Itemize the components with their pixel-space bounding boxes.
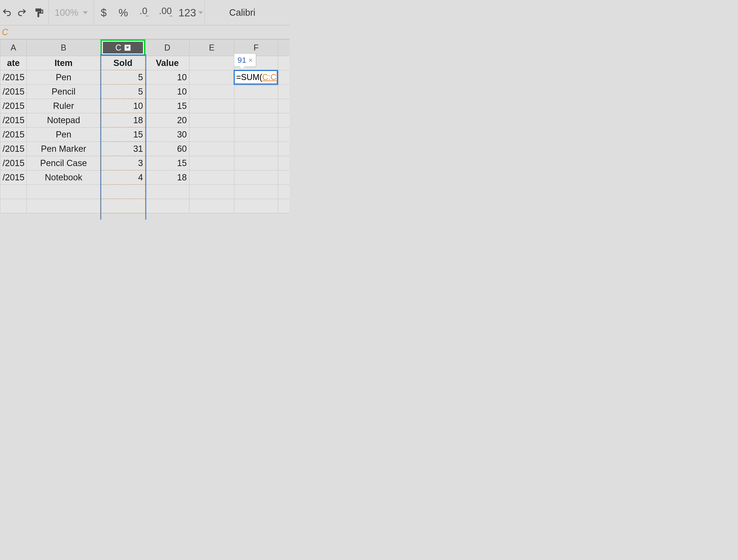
cell[interactable] bbox=[190, 199, 234, 213]
col-header-D[interactable]: D bbox=[145, 39, 190, 56]
cell[interactable] bbox=[234, 85, 278, 99]
cell[interactable]: Item bbox=[27, 56, 100, 70]
cell[interactable] bbox=[190, 185, 234, 199]
col-header-A[interactable]: A bbox=[0, 39, 27, 56]
percent-button[interactable]: % bbox=[113, 0, 133, 25]
cell[interactable]: Pen bbox=[27, 127, 100, 142]
cell[interactable] bbox=[234, 142, 278, 156]
cell[interactable]: 10 bbox=[100, 99, 145, 113]
cell[interactable] bbox=[100, 185, 145, 199]
decrease-decimal-button[interactable]: .0 ← bbox=[133, 0, 154, 25]
font-family-dropdown[interactable]: Calibri bbox=[205, 0, 271, 25]
cell[interactable]: 15 bbox=[145, 99, 190, 113]
col-header-E[interactable]: E bbox=[190, 39, 234, 56]
cell[interactable] bbox=[278, 171, 290, 185]
col-header-B[interactable]: B bbox=[27, 39, 100, 56]
active-formula-cell[interactable]: =SUM(C:C bbox=[234, 70, 278, 85]
cell[interactable] bbox=[278, 142, 290, 156]
cell[interactable] bbox=[100, 199, 145, 213]
table-row: /2015 Notebook 4 18 bbox=[0, 171, 290, 185]
cell[interactable]: Pencil Case bbox=[27, 156, 100, 171]
cell[interactable] bbox=[278, 70, 290, 85]
table-row bbox=[0, 185, 290, 199]
cell[interactable] bbox=[234, 156, 278, 171]
cell[interactable]: 5 bbox=[100, 70, 145, 85]
cell[interactable]: Pen Marker bbox=[27, 142, 100, 156]
cell[interactable] bbox=[234, 113, 278, 127]
cell[interactable] bbox=[278, 127, 290, 142]
cell[interactable] bbox=[0, 199, 27, 213]
cell[interactable] bbox=[190, 113, 234, 127]
number-format-dropdown[interactable]: 123 bbox=[177, 0, 205, 25]
cell[interactable]: 31 bbox=[100, 142, 145, 156]
cell[interactable]: /2015 bbox=[0, 70, 27, 85]
zoom-dropdown[interactable]: 100% bbox=[49, 0, 94, 25]
paint-format-button[interactable] bbox=[30, 0, 48, 25]
close-icon[interactable]: × bbox=[249, 56, 253, 64]
cell[interactable] bbox=[27, 199, 100, 213]
cell[interactable] bbox=[0, 185, 27, 199]
cell[interactable] bbox=[27, 185, 100, 199]
cell[interactable]: 3 bbox=[100, 156, 145, 171]
cell[interactable]: /2015 bbox=[0, 171, 27, 185]
cell[interactable] bbox=[234, 171, 278, 185]
cell[interactable]: Pen bbox=[27, 70, 100, 85]
cell[interactable]: Notepad bbox=[27, 113, 100, 127]
cell[interactable] bbox=[190, 156, 234, 171]
cell[interactable]: 10 bbox=[145, 85, 190, 99]
cell[interactable]: 5 bbox=[100, 85, 145, 99]
cell[interactable] bbox=[234, 199, 278, 213]
col-header-blank[interactable] bbox=[278, 39, 290, 56]
cell[interactable] bbox=[278, 156, 290, 171]
toolbar: 100% $ % .0 ← .00 → 123 Calibri bbox=[0, 0, 290, 25]
cell[interactable]: Sold bbox=[100, 56, 145, 70]
cell[interactable]: /2015 bbox=[0, 156, 27, 171]
highlight-annotation: C bbox=[100, 39, 145, 56]
cell[interactable]: /2015 bbox=[0, 142, 27, 156]
col-header-C[interactable]: C bbox=[100, 39, 145, 56]
cell[interactable] bbox=[278, 185, 290, 199]
cell[interactable]: 18 bbox=[145, 171, 190, 185]
cell[interactable] bbox=[190, 171, 234, 185]
cell[interactable]: 15 bbox=[145, 156, 190, 171]
cell[interactable]: 20 bbox=[145, 113, 190, 127]
increase-decimal-button[interactable]: .00 → bbox=[154, 0, 177, 25]
cell[interactable]: 60 bbox=[145, 142, 190, 156]
cell[interactable]: 10 bbox=[145, 70, 190, 85]
undo-button[interactable] bbox=[0, 0, 14, 25]
cell[interactable] bbox=[190, 127, 234, 142]
cell[interactable]: /2015 bbox=[0, 85, 27, 99]
cell[interactable]: 30 bbox=[145, 127, 190, 142]
cell[interactable] bbox=[190, 85, 234, 99]
cell[interactable] bbox=[190, 99, 234, 113]
cell[interactable] bbox=[278, 199, 290, 213]
cell[interactable] bbox=[278, 113, 290, 127]
redo-button[interactable] bbox=[14, 0, 30, 25]
cell[interactable] bbox=[145, 185, 190, 199]
cell[interactable] bbox=[145, 199, 190, 213]
table-row: /2015 Ruler 10 15 bbox=[0, 99, 290, 113]
cell[interactable] bbox=[278, 56, 290, 70]
cell[interactable] bbox=[190, 142, 234, 156]
cell[interactable] bbox=[234, 99, 278, 113]
cell[interactable]: /2015 bbox=[0, 99, 27, 113]
cell[interactable]: Notebook bbox=[27, 171, 100, 185]
cell[interactable]: 18 bbox=[100, 113, 145, 127]
cell[interactable]: 4 bbox=[100, 171, 145, 185]
cell[interactable]: 15 bbox=[100, 127, 145, 142]
cell[interactable]: /2015 bbox=[0, 113, 27, 127]
cell[interactable]: /2015 bbox=[0, 127, 27, 142]
name-box[interactable]: C bbox=[0, 25, 290, 39]
cell[interactable] bbox=[278, 85, 290, 99]
cell[interactable]: Ruler bbox=[27, 99, 100, 113]
currency-button[interactable]: $ bbox=[94, 0, 113, 25]
cell[interactable]: Value bbox=[145, 56, 190, 70]
cell[interactable]: ate bbox=[0, 56, 27, 70]
cell[interactable] bbox=[234, 127, 278, 142]
cell[interactable] bbox=[190, 70, 234, 85]
column-menu-icon[interactable] bbox=[124, 45, 130, 51]
cell[interactable] bbox=[234, 185, 278, 199]
cell[interactable]: Pencil bbox=[27, 85, 100, 99]
cell[interactable] bbox=[278, 99, 290, 113]
cell[interactable] bbox=[190, 56, 234, 70]
